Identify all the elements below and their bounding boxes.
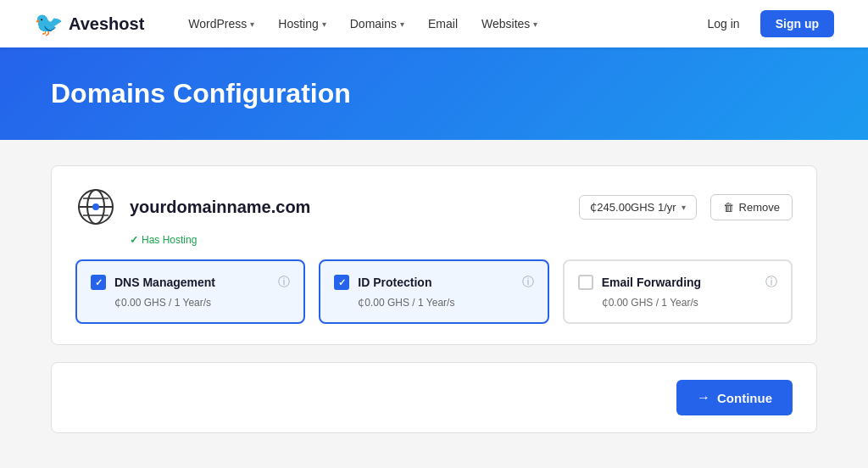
addon-checkbox-dns[interactable]: ✓ xyxy=(91,275,106,290)
addon-card-id-protection[interactable]: ✓ ID Protection ⓘ ₵0.00 GHS / 1 Year/s xyxy=(319,259,548,324)
info-icon[interactable]: ⓘ xyxy=(765,275,777,290)
addon-header: Email Forwarding ⓘ xyxy=(578,275,777,290)
page-title: Domains Configuration xyxy=(51,78,817,109)
nav-email[interactable]: Email xyxy=(418,10,468,37)
domain-price-label: ₵245.00GHS 1/yr xyxy=(590,201,676,214)
domain-name: yourdomainname.com xyxy=(130,198,565,217)
addon-title-email-forwarding: Email Forwarding xyxy=(602,276,757,289)
info-icon[interactable]: ⓘ xyxy=(278,275,290,290)
trash-icon: 🗑 xyxy=(723,201,734,214)
domain-price-selector[interactable]: ₵245.00GHS 1/yr ▾ xyxy=(579,195,696,220)
logo-icon: 🐦 xyxy=(34,10,64,38)
nav-hosting[interactable]: Hosting ▾ xyxy=(268,10,336,37)
chevron-down-icon: ▾ xyxy=(533,20,537,29)
hero-banner: Domains Configuration xyxy=(0,47,868,140)
chevron-down-icon: ▾ xyxy=(400,20,404,29)
addon-checkbox-email-forwarding[interactable] xyxy=(578,275,593,290)
continue-button[interactable]: → Continue xyxy=(676,380,793,415)
chevron-down-icon: ▾ xyxy=(250,20,254,29)
login-button[interactable]: Log in xyxy=(698,10,750,37)
chevron-down-icon: ▾ xyxy=(322,20,326,29)
addon-title-dns: DNS Management xyxy=(114,276,270,289)
checkmark-icon: ✓ xyxy=(95,277,103,288)
nav-links: WordPress ▾ Hosting ▾ Domains ▾ Email We… xyxy=(178,10,697,37)
svg-point-5 xyxy=(92,203,99,210)
nav-actions: Log in Sign up xyxy=(698,10,834,37)
addon-card-email-forwarding[interactable]: Email Forwarding ⓘ ₵0.00 GHS / 1 Year/s xyxy=(563,259,793,324)
has-hosting-label: Has Hosting xyxy=(142,234,197,246)
chevron-down-icon: ▾ xyxy=(682,203,686,212)
logo-text: Aveshost xyxy=(69,14,144,34)
nav-wordpress[interactable]: WordPress ▾ xyxy=(178,10,264,37)
navbar: 🐦 Aveshost WordPress ▾ Hosting ▾ Domains… xyxy=(0,0,868,47)
nav-websites[interactable]: Websites ▾ xyxy=(471,10,548,37)
main-content: yourdomainname.com ₵245.00GHS 1/yr ▾ 🗑 R… xyxy=(0,140,868,459)
checkmark-icon: ✓ xyxy=(338,277,346,288)
addon-header: ✓ ID Protection ⓘ xyxy=(334,275,533,290)
globe-icon xyxy=(75,187,116,227)
addons-row: ✓ DNS Management ⓘ ₵0.00 GHS / 1 Year/s … xyxy=(75,259,793,324)
info-icon[interactable]: ⓘ xyxy=(522,275,534,290)
nav-domains[interactable]: Domains ▾ xyxy=(340,10,415,37)
addon-price-email-forwarding: ₵0.00 GHS / 1 Year/s xyxy=(602,297,777,309)
addon-checkbox-id-protection[interactable]: ✓ xyxy=(334,275,349,290)
addon-price-dns: ₵0.00 GHS / 1 Year/s xyxy=(114,297,290,309)
addon-title-id-protection: ID Protection xyxy=(358,276,513,289)
addon-header: ✓ DNS Management ⓘ xyxy=(91,275,290,290)
nav-logo[interactable]: 🐦 Aveshost xyxy=(34,10,144,38)
signup-button[interactable]: Sign up xyxy=(760,10,834,37)
domain-card: yourdomainname.com ₵245.00GHS 1/yr ▾ 🗑 R… xyxy=(51,165,817,345)
remove-button[interactable]: 🗑 Remove xyxy=(710,194,793,220)
check-icon: ✓ xyxy=(130,234,138,246)
addon-card-dns[interactable]: ✓ DNS Management ⓘ ₵0.00 GHS / 1 Year/s xyxy=(75,259,305,324)
arrow-right-icon: → xyxy=(697,390,710,405)
domain-card-header: yourdomainname.com ₵245.00GHS 1/yr ▾ 🗑 R… xyxy=(75,187,793,227)
addon-price-id-protection: ₵0.00 GHS / 1 Year/s xyxy=(358,297,533,309)
has-hosting-badge: ✓ Has Hosting xyxy=(130,234,793,246)
bottom-card: → Continue xyxy=(51,362,817,433)
